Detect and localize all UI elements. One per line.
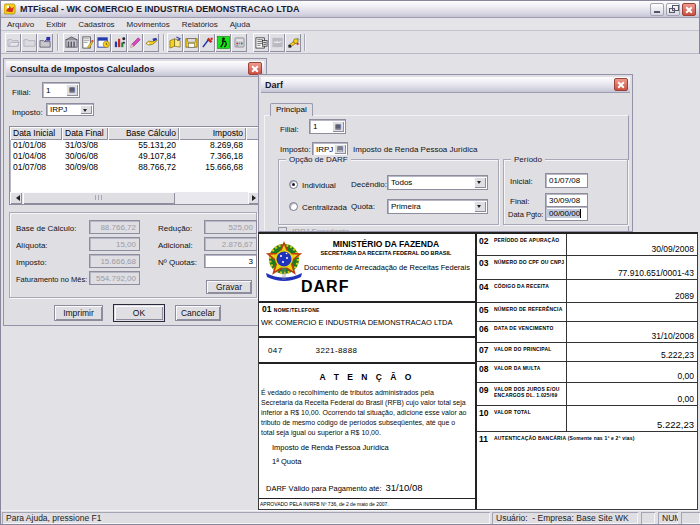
filial-input[interactable]: 1 ▦ xyxy=(42,82,80,98)
window-title: MTFiscal - WK COMERCIO E INDUSTRIA DEMON… xyxy=(20,4,300,14)
row-divider xyxy=(566,256,567,279)
row-number: 07 xyxy=(479,345,494,355)
darf-filial-input[interactable]: 1 ▦ xyxy=(309,119,346,134)
inicial-input[interactable]: 01/07/08 xyxy=(545,173,588,188)
save-disk-icon[interactable] xyxy=(183,33,199,52)
mdi-client-area: Consulta de Impostos Calculados Filial: … xyxy=(1,54,700,512)
opcao-darf-group: Opção de DARF xyxy=(278,159,499,225)
ok-button[interactable]: OK xyxy=(113,304,165,322)
final-label: Final: xyxy=(510,197,530,206)
darf-imposto-label: Imposto: xyxy=(280,145,311,154)
scroll-thumb[interactable] xyxy=(23,192,175,204)
status-user: Usuário: - Empresa: Base Site WK xyxy=(492,512,638,524)
darf-close-icon[interactable] xyxy=(614,78,628,91)
doc-row-04: 04CÓDIGO DA RECEITA 2089 xyxy=(477,280,697,303)
status-help: Para Ajuda, pressione F1 xyxy=(2,512,490,524)
radio-individual[interactable] xyxy=(289,180,298,189)
ministerio-title: MINISTÉRIO DA FAZENDA xyxy=(300,239,472,249)
col-base-calculo[interactable]: Base Cálculo xyxy=(108,127,179,140)
cell: 8.269,68 xyxy=(179,140,246,151)
darf-titlebar: Darf xyxy=(261,77,630,93)
mask-icon[interactable] xyxy=(269,33,285,52)
decendio-select[interactable]: Todos xyxy=(387,175,488,190)
scroll-left-icon[interactable] xyxy=(10,192,22,204)
row-number: 05 xyxy=(479,305,494,315)
col-imposto[interactable]: Imposto xyxy=(179,127,246,140)
row-header: 03NÚMERO DO CPF OU CNPJ xyxy=(477,256,697,268)
doc-left-column: MINISTÉRIO DA FAZENDA SECRETARIA DA RECE… xyxy=(259,234,477,509)
cancelar-button[interactable]: Cancelar xyxy=(175,305,221,321)
row-label: VALOR DO PRINCIPAL xyxy=(494,345,566,355)
impostos-table[interactable]: Data Inicial Data Final Base Cálculo Imp… xyxy=(9,126,261,205)
field-value: 30/09/08 xyxy=(546,196,580,205)
quota-dropdown-icon[interactable] xyxy=(474,201,486,212)
menu-arquivo[interactable]: Arquivo xyxy=(1,18,40,31)
status-empty-2 xyxy=(681,512,700,524)
atencao-text: É vedado o recolhimento de tributos admi… xyxy=(261,388,467,438)
key-icon[interactable] xyxy=(285,33,301,52)
radio-individual-label[interactable]: Individual xyxy=(302,181,336,190)
schedule-icon[interactable] xyxy=(95,33,111,52)
row-label: DATA DE VENCIMENTO xyxy=(494,324,566,334)
chart-person-icon[interactable] xyxy=(111,33,127,52)
menu-movimentos[interactable]: Movimentos xyxy=(121,18,176,31)
consulta-titlebar: Consulta de Impostos Calculados xyxy=(6,61,264,77)
filial-browse-button[interactable]: ▦ xyxy=(66,84,78,96)
imprimir-button[interactable]: Imprimir xyxy=(54,305,103,321)
menu-relatorios[interactable]: Relatórios xyxy=(176,18,224,31)
imposto-select[interactable]: IRPJ xyxy=(46,103,94,116)
table-hscrollbar[interactable] xyxy=(10,192,260,204)
closed-folder-icon[interactable] xyxy=(21,33,37,52)
company-icon[interactable] xyxy=(63,33,79,52)
imposto-valor-label: Imposto: xyxy=(16,258,47,267)
quotas-input[interactable]: 3 xyxy=(204,254,257,268)
quota-select[interactable]: Primeira xyxy=(387,199,488,214)
tools-icon[interactable] xyxy=(199,33,215,52)
doc-field-01: 01 NOME/TELEFONE WK COMERCIO E INDUSTRIA… xyxy=(259,303,475,338)
radio-centralizada[interactable] xyxy=(289,202,298,211)
table-row[interactable]: 01/01/08 31/03/08 55.131,20 8.269,68 xyxy=(10,140,260,151)
adicional-label: Adicional: xyxy=(158,241,193,250)
open-folder-icon[interactable] xyxy=(5,33,21,52)
data-pgto-label: Data Pgto: xyxy=(508,210,543,219)
calculate-icon[interactable] xyxy=(143,33,159,52)
row-header: 08VALOR DA MULTA xyxy=(477,362,697,374)
restore-button[interactable] xyxy=(666,3,680,16)
data-pgto-input[interactable]: 00/00/00 xyxy=(545,206,588,221)
folder-properties-icon[interactable] xyxy=(37,33,53,52)
row-header: 09VALOR DOS JUROS E/OUENCARGOS DL. 1.025… xyxy=(477,383,697,398)
field-value: 15.666,68 xyxy=(90,257,139,266)
field-value: Todos xyxy=(388,178,412,187)
minimize-button[interactable] xyxy=(650,3,664,16)
imposto-dropdown-icon[interactable] xyxy=(80,105,92,114)
col-data-inicial[interactable]: Data Inicial xyxy=(10,127,62,140)
menu-cadastros[interactable]: Cadastros xyxy=(72,18,120,31)
decendio-dropdown-icon[interactable] xyxy=(474,177,486,188)
pencil-icon[interactable] xyxy=(127,33,143,52)
calculator-icon[interactable] xyxy=(231,33,247,52)
close-button[interactable] xyxy=(682,3,696,16)
periodo-group-label: Período xyxy=(511,155,545,164)
report-view-icon[interactable] xyxy=(253,33,269,52)
row-value: 5.222,23 xyxy=(661,350,694,360)
field-value: 1 xyxy=(310,122,317,131)
col-data-final[interactable]: Data Final xyxy=(62,127,108,140)
menu-exibir[interactable]: Exibir xyxy=(40,18,72,31)
radio-centralizada-label[interactable]: Centralizada xyxy=(302,203,347,212)
doc-row-03: 03NÚMERO DO CPF OU CNPJ 77.910.651/0001-… xyxy=(477,256,697,280)
menu-ajuda[interactable]: Ajuda xyxy=(224,18,256,31)
table-row[interactable]: 01/04/08 30/06/08 49.107,84 7.366,18 xyxy=(10,151,260,162)
scroll-track[interactable] xyxy=(175,192,248,204)
table-row[interactable]: 01/07/08 30/09/08 88.766,72 15.666,68 xyxy=(10,162,260,173)
run-person-icon[interactable] xyxy=(215,33,231,52)
print-book-icon[interactable] xyxy=(167,33,183,52)
row-label: VALOR DA MULTA xyxy=(494,364,566,374)
tab-principal[interactable]: Principal xyxy=(270,103,313,116)
document-edit-icon[interactable] xyxy=(79,33,95,52)
row-value: 0,00 xyxy=(677,371,694,381)
darf-imposto-input[interactable]: IRPJ ▤ xyxy=(312,142,348,156)
darf-filial-browse-button[interactable]: ▦ xyxy=(332,121,344,132)
darf-imposto-spin-button[interactable]: ▤ xyxy=(334,144,346,154)
main-titlebar: MTFiscal - WK COMERCIO E INDUSTRIA DEMON… xyxy=(1,1,699,18)
gravar-button[interactable]: Gravar xyxy=(206,280,252,294)
